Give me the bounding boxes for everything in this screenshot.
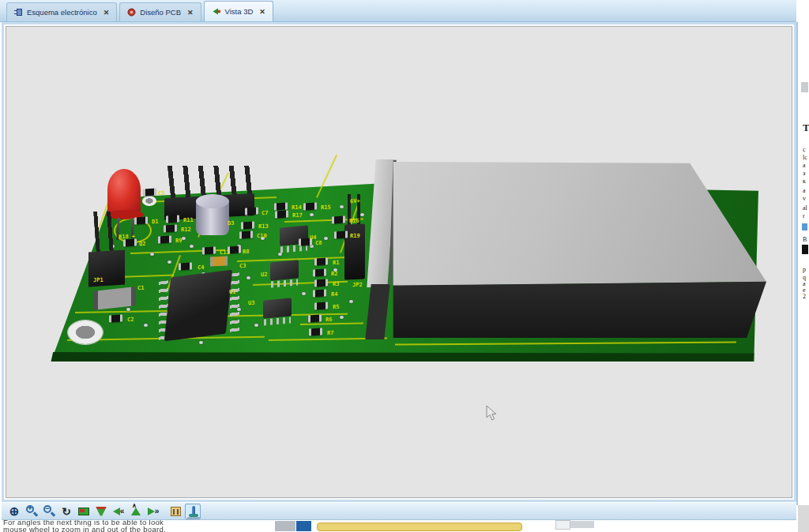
silkscreen-label: JP2 (352, 282, 363, 289)
silkscreen-label: R9 (175, 238, 182, 244)
component-C7 (245, 208, 258, 215)
tab-esquema-electronico[interactable]: Esquema electrónico ✕ (6, 2, 117, 21)
tab-vista-3d[interactable]: Vista 3D ✕ (204, 1, 273, 21)
silkscreen-label: R17 (292, 212, 303, 219)
solder-pad (190, 245, 194, 248)
document-text-fragment: 2 (803, 294, 806, 300)
solder-pad (254, 324, 258, 327)
rotate-left-button[interactable]: « (111, 504, 126, 519)
solder-pad (349, 300, 353, 303)
document-image-fragment (802, 245, 808, 254)
silkscreen-label: R7 (327, 330, 333, 336)
document-text-fragment: al (803, 205, 807, 212)
background-window-fragment (555, 520, 570, 530)
tab-label: Vista 3D (225, 7, 254, 16)
component-R9 (158, 236, 171, 244)
silkscreen-label: C7 (262, 210, 268, 216)
component-R7 (309, 328, 322, 336)
silkscreen-label: D1 (152, 219, 158, 225)
solder-pad (167, 260, 171, 264)
document-text-fragment: r (803, 213, 805, 219)
silkscreen-label: Q2 (139, 241, 145, 247)
silkscreen-label: R8 (243, 249, 249, 255)
component-R5 (314, 302, 328, 310)
component-R3 (314, 279, 328, 287)
rotate-right-button[interactable]: » (145, 504, 161, 519)
3d-viewport[interactable]: D3JP1JP2U1U2U3U4C1C2C4C3C11R8C10R13C7R14… (6, 26, 792, 498)
component-R1 (314, 258, 328, 266)
component-C2 (109, 315, 122, 323)
subtitle-line-2: mouse wheel to zoom in and out of the bo… (3, 525, 166, 532)
document-text-fragment: lc (803, 155, 807, 161)
pcb-icon (127, 8, 136, 17)
component-U3 (262, 299, 293, 326)
component-R11 (166, 215, 179, 223)
silkscreen-label: C4 (198, 264, 204, 271)
pcb-design-app-window: Esquema electrónico ✕ Diseño PCB ✕ Vista… (0, 0, 809, 532)
component-R15 (303, 203, 317, 211)
silkscreen-label: R5 (333, 304, 339, 310)
document-tab-bar: Esquema electrónico ✕ Diseño PCB ✕ Vista… (0, 0, 801, 22)
mouse-cursor (486, 405, 499, 425)
schematic-icon (14, 8, 23, 17)
board-through-view-button[interactable] (167, 504, 183, 519)
rotate-view-button[interactable]: ↻ (58, 504, 74, 519)
silkscreen-label: C8 (315, 240, 322, 246)
solder-pad (150, 253, 154, 256)
silkscreen-label: C3 (239, 263, 246, 269)
solder-pad (340, 205, 344, 208)
silkscreen-label: R1 (333, 260, 339, 266)
silkscreen-label: U1 (229, 289, 235, 295)
silkscreen-label: R15 (321, 204, 331, 212)
component-R4 (313, 290, 326, 298)
top-view-button[interactable] (76, 504, 92, 519)
component-C3 (210, 256, 228, 266)
silkscreen-label: D3 (228, 220, 234, 227)
viewport-frame: D3JP1JP2U1U2U3U4C1C2C4C3C11R8C10R13C7R14… (2, 22, 796, 502)
solder-pad (144, 324, 148, 327)
silkscreen-label: R4 (331, 291, 337, 298)
viewport-frame-inner: D3JP1JP2U1U2U3U4C1C2C4C3C11R8C10R13C7R14… (4, 24, 794, 500)
component-R12 (164, 225, 177, 233)
silkscreen-label: R11 (183, 217, 194, 224)
relay-module-base (387, 278, 768, 341)
solder-pad (246, 276, 250, 279)
tab-label: Diseño PCB (140, 8, 181, 17)
tab-diseno-pcb[interactable]: Diseño PCB ✕ (119, 2, 201, 21)
silkscreen-label: U2 (261, 272, 267, 278)
3d-scene: D3JP1JP2U1U2U3U4C1C2C4C3C11R8C10R13C7R14… (6, 26, 792, 498)
front-view-button[interactable]: ∧ (128, 504, 144, 519)
solder-pad (310, 213, 314, 216)
component-C5 (143, 189, 156, 197)
zoom-in-button[interactable]: + (24, 504, 40, 519)
3d-view-toolbar: ⊕+−↻«∧» (2, 502, 796, 520)
component-U2 (269, 261, 300, 288)
document-text-fragment: B (803, 237, 807, 243)
background-window-fragment (570, 521, 594, 528)
right-edge-window-sliver: TclcaэкavalrBpqae2 (796, 0, 809, 532)
silkscreen-label: C2 (127, 317, 134, 323)
silkscreen-label: U3 (248, 300, 254, 306)
component-C10 (239, 231, 253, 239)
close-tab-icon[interactable]: ✕ (187, 9, 194, 17)
component-R13 (241, 222, 254, 230)
component-C11 (202, 247, 216, 255)
component-R6 (308, 315, 322, 323)
tab-label: Esquema electrónico (27, 8, 97, 17)
close-tab-icon[interactable]: ✕ (103, 9, 110, 17)
silkscreen-label: C1 (137, 285, 144, 291)
zoom-out-button[interactable]: − (41, 504, 57, 519)
pan-view-button[interactable]: ⊕ (6, 504, 22, 519)
background-window-fragment (275, 521, 295, 531)
silkscreen-label: C5 (158, 190, 164, 197)
document-text-fragment: c (803, 147, 806, 153)
bottom-view-button[interactable] (93, 504, 109, 519)
board-side-view-button[interactable] (185, 504, 201, 519)
component-R19 (334, 231, 348, 239)
silkscreen-label: R2 (331, 271, 337, 277)
document-text-fragment: p (803, 267, 806, 273)
close-tab-icon[interactable]: ✕ (259, 8, 265, 16)
component-R2 (313, 269, 326, 277)
document-bottom-fragment (798, 505, 809, 532)
component-R17 (275, 211, 288, 219)
